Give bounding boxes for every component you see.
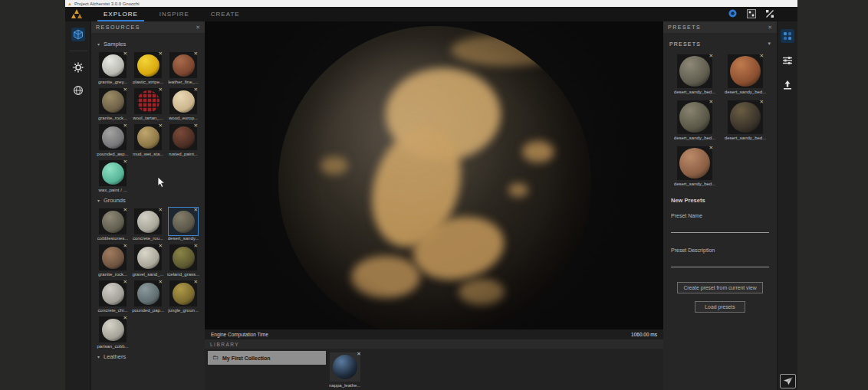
material-thumb[interactable]: ✕ wool_tartan_... <box>130 87 166 120</box>
export-upload-icon[interactable] <box>781 78 794 92</box>
remove-material-icon[interactable]: ✕ <box>194 208 198 212</box>
send-feedback-button[interactable] <box>780 374 796 388</box>
material-thumb[interactable]: ✕ desert_sandy_bed... <box>669 99 720 140</box>
tab-inspire[interactable]: INSPIRE <box>149 7 200 21</box>
load-presets-button[interactable]: Load presets <box>695 301 745 313</box>
material-thumb[interactable]: ✕ granite_rock... <box>95 87 130 120</box>
display-sliders-icon[interactable] <box>781 54 794 67</box>
material-thumb[interactable]: ✕ granite_grey... <box>95 51 130 84</box>
remove-material-icon[interactable]: ✕ <box>123 123 127 128</box>
remove-material-icon[interactable]: ✕ <box>123 159 127 164</box>
material-label: granite_rock... <box>98 272 127 277</box>
material-label: desert_sandy... <box>168 236 199 241</box>
remove-material-icon[interactable]: ✕ <box>709 54 713 58</box>
material-sphere-icon <box>137 283 159 305</box>
remove-material-icon[interactable]: ✕ <box>194 123 198 128</box>
material-sphere-icon <box>730 56 761 87</box>
material-label: gravel_sand_... <box>132 272 163 277</box>
remove-material-icon[interactable]: ✕ <box>159 123 163 128</box>
material-thumb[interactable]: ✕ jungle_groun... <box>166 279 201 313</box>
camera-icon[interactable] <box>728 8 738 18</box>
environment-globe-icon[interactable] <box>71 84 85 97</box>
material-thumb[interactable]: ✕ desert_sandy_bed... <box>669 145 720 186</box>
settings-gear-icon[interactable] <box>71 61 85 74</box>
remove-material-icon[interactable]: ✕ <box>159 280 163 284</box>
remove-material-icon[interactable]: ✕ <box>357 352 360 356</box>
material-thumb[interactable]: ✕ desert_sandy_bed... <box>669 53 720 94</box>
tab-explore[interactable]: EXPLORE <box>93 7 149 21</box>
remove-material-icon[interactable]: ✕ <box>760 100 764 104</box>
remove-material-icon[interactable]: ✕ <box>123 280 127 284</box>
material-thumb[interactable]: ✕ gravel_sand_... <box>130 243 166 277</box>
split-compare-icon[interactable] <box>764 8 774 18</box>
material-label: granite_rock... <box>98 116 127 120</box>
material-thumb[interactable]: ✕ nappa_leathe... <box>329 351 360 388</box>
remove-material-icon[interactable]: ✕ <box>194 51 198 56</box>
presets-group-header[interactable]: PRESETS ▾ <box>663 36 777 53</box>
remove-material-icon[interactable]: ✕ <box>709 146 713 150</box>
preset-name-input[interactable] <box>671 228 769 233</box>
material-label: desert_sandy_bed... <box>725 90 766 94</box>
desktop-background: ▲ Project Alchemist 3.0.0 Gnocchi EXPLOR… <box>0 0 868 390</box>
remove-material-icon[interactable]: ✕ <box>760 54 764 58</box>
material-thumb[interactable]: ✕ wax_paint / ... <box>95 159 130 192</box>
preset-description-input[interactable] <box>671 263 769 267</box>
material-thumb[interactable]: ✕ leather_fine_... <box>166 51 201 84</box>
presets-close-icon[interactable]: ✕ <box>768 25 772 31</box>
remove-material-icon[interactable]: ✕ <box>123 244 127 248</box>
remove-material-icon[interactable]: ✕ <box>709 100 713 104</box>
material-thumb[interactable]: ✕ desert_sandy... <box>166 207 201 241</box>
material-label: pounded_pap... <box>132 308 164 313</box>
material-thumb[interactable]: ✕ desert_sandy_bed... <box>720 99 771 140</box>
section-header[interactable]: ▾ Samples <box>91 36 205 51</box>
materials-cube-icon[interactable] <box>71 28 85 41</box>
material-thumb[interactable]: ✕ cobblestones... <box>95 207 130 241</box>
presets-dots-icon[interactable] <box>781 29 794 43</box>
section-header[interactable]: ▾ Grounds <box>91 192 205 207</box>
material-sphere-icon <box>333 355 357 379</box>
remove-material-icon[interactable]: ✕ <box>123 316 127 320</box>
material-thumb[interactable]: ✕ rusted_paint... <box>166 123 201 156</box>
remove-material-icon[interactable]: ✕ <box>194 87 198 92</box>
material-thumb[interactable]: ✕ concrete_rou... <box>130 207 166 241</box>
material-sphere-icon <box>730 102 761 133</box>
mouse-cursor <box>157 176 166 192</box>
material-thumb[interactable]: ✕ mud_wet_sta... <box>130 123 166 156</box>
material-thumb[interactable]: ✕ desert_sandy_bed... <box>720 53 771 94</box>
new-preset-form: New Presets Preset Name Preset Descripti… <box>663 186 777 313</box>
remove-material-icon[interactable]: ✕ <box>123 208 127 212</box>
remove-material-icon[interactable]: ✕ <box>159 244 163 248</box>
material-sphere-icon <box>679 148 710 179</box>
remove-material-icon[interactable]: ✕ <box>159 51 163 56</box>
remove-material-icon[interactable]: ✕ <box>123 87 127 92</box>
resources-close-icon[interactable]: ✕ <box>196 25 200 31</box>
material-thumb[interactable]: ✕ concrete_chi... <box>95 279 130 313</box>
material-thumb[interactable]: ✕ plastic_stripe... <box>130 51 166 84</box>
material-view-icon[interactable] <box>746 8 756 18</box>
presets-title: PRESETS <box>668 25 701 30</box>
engine-time-value: 1060.00 ms <box>631 332 657 337</box>
material-label: pounded_asp... <box>97 152 128 156</box>
material-thumb[interactable]: ✕ pounded_asp... <box>95 123 130 156</box>
collection-my-first-collection[interactable]: 🗀 My First Collection <box>208 351 326 365</box>
viewport-column: Engine Computation Time 1060.00 ms LIBRA… <box>205 21 663 390</box>
material-sphere-icon <box>102 54 124 77</box>
material-thumb[interactable]: ✕ pounded_pap... <box>130 279 166 313</box>
tab-create[interactable]: CREATE <box>200 7 251 21</box>
create-preset-button[interactable]: Create preset from current view <box>677 282 762 293</box>
remove-material-icon[interactable]: ✕ <box>194 244 198 248</box>
remove-material-icon[interactable]: ✕ <box>159 87 163 92</box>
right-icon-rail <box>777 21 797 390</box>
remove-material-icon[interactable]: ✕ <box>159 208 163 212</box>
viewport-3d[interactable] <box>205 21 663 329</box>
remove-material-icon[interactable]: ✕ <box>194 280 198 284</box>
resources-panel: RESOURCES ✕ ▾ Samples ✕ granite_grey... … <box>91 21 205 390</box>
material-sphere-preview[interactable] <box>278 26 591 329</box>
section-header[interactable]: ▾ Leathers <box>91 349 205 363</box>
remove-material-icon[interactable]: ✕ <box>123 51 127 56</box>
material-thumb[interactable]: ✕ wood_europ... <box>166 87 201 120</box>
material-sphere-icon <box>102 90 124 113</box>
material-thumb[interactable]: ✕ parisan_cobb... <box>95 315 130 349</box>
material-thumb[interactable]: ✕ iceland_grass... <box>166 243 201 277</box>
material-thumb[interactable]: ✕ granite_rock... <box>95 243 130 277</box>
